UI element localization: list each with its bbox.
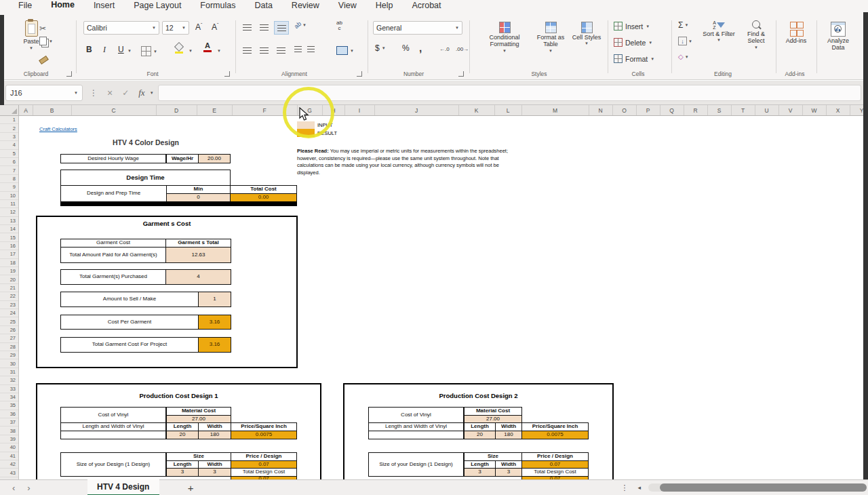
- amount-sell-label[interactable]: Amount to Sell / Make: [60, 292, 199, 307]
- prod1-design-size-label[interactable]: Size of your Design (1 Design): [60, 452, 166, 477]
- column-header-O[interactable]: O: [612, 105, 637, 115]
- row-header-21[interactable]: 21: [0, 284, 18, 292]
- column-header-X[interactable]: X: [826, 105, 850, 115]
- horizontal-scrollbar-thumb[interactable]: [660, 483, 867, 492]
- row-header-24[interactable]: 24: [0, 309, 18, 317]
- row-header-26[interactable]: 26: [0, 326, 18, 334]
- row-header-17[interactable]: 17: [0, 250, 18, 258]
- row-header-7[interactable]: 7: [0, 166, 18, 174]
- column-header-P[interactable]: P: [636, 105, 660, 115]
- garment-purchased-label[interactable]: Total Garment(s) Purchased: [60, 269, 166, 285]
- row-header-31[interactable]: 31: [0, 368, 18, 376]
- total-garment-cost-value[interactable]: 3.16: [198, 337, 231, 353]
- row-header-36[interactable]: 36: [0, 410, 18, 418]
- prod2-design-size-label[interactable]: Size of your Design (1 Design): [368, 452, 464, 477]
- row-header-39[interactable]: 39: [0, 435, 18, 443]
- prod2-width-value[interactable]: 180: [495, 431, 522, 439]
- column-header-V[interactable]: V: [778, 105, 803, 115]
- column-header-E[interactable]: E: [197, 105, 233, 115]
- prod2-length-value[interactable]: 20: [464, 431, 496, 439]
- column-header-B[interactable]: B: [33, 105, 72, 115]
- column-header-C[interactable]: C: [71, 105, 157, 115]
- column-header-J[interactable]: J: [374, 105, 459, 115]
- row-header-40[interactable]: 40: [0, 443, 18, 452]
- row-header-19[interactable]: 19: [0, 267, 18, 275]
- total-garment-cost-label[interactable]: Total Garment Cost For Project: [60, 337, 199, 353]
- row-header-32[interactable]: 32: [0, 376, 18, 384]
- prod1-size-width-value[interactable]: 3: [198, 468, 231, 477]
- cost-per-garment-label[interactable]: Cost Per Garment: [60, 315, 199, 330]
- row-header-9[interactable]: 9: [0, 183, 18, 191]
- row-header-41[interactable]: 41: [0, 452, 18, 460]
- row-header-42[interactable]: 42: [0, 460, 18, 469]
- row-header-29[interactable]: 29: [0, 351, 18, 359]
- wage-key-cell[interactable]: Wage/Hr: [166, 154, 199, 163]
- cost-per-garment-value[interactable]: 3.16: [198, 315, 231, 330]
- row-header-43[interactable]: 43: [0, 469, 18, 477]
- row-header-27[interactable]: 27: [0, 334, 18, 342]
- column-header-D[interactable]: D: [156, 105, 197, 115]
- row-header-34[interactable]: 34: [0, 393, 18, 401]
- wage-label-cell[interactable]: Desired Hourly Wage: [60, 154, 166, 163]
- row-header-37[interactable]: 37: [0, 418, 18, 427]
- row-header-8[interactable]: 8: [0, 175, 18, 183]
- sheet-canvas[interactable]: Craft Calculators HTV 4 Color Design INP…: [0, 0, 868, 482]
- column-header-T[interactable]: T: [731, 105, 755, 115]
- row-header-6[interactable]: 6: [0, 158, 18, 166]
- row-header-30[interactable]: 30: [0, 359, 18, 368]
- row-header-5[interactable]: 5: [0, 150, 18, 158]
- column-header-K[interactable]: K: [458, 105, 495, 115]
- prod2-empty-cell[interactable]: [368, 431, 464, 439]
- row-header-1[interactable]: 1: [0, 116, 18, 124]
- tab-options-icon[interactable]: ⋮: [620, 483, 628, 492]
- column-header-R[interactable]: R: [684, 105, 708, 115]
- amount-sell-value[interactable]: 1: [198, 292, 231, 307]
- column-header-Q[interactable]: Q: [660, 105, 684, 115]
- column-header-W[interactable]: W: [802, 105, 827, 115]
- row-header-25[interactable]: 25: [0, 317, 18, 325]
- column-header-L[interactable]: L: [494, 105, 522, 115]
- row-header-20[interactable]: 20: [0, 275, 18, 283]
- garment-purchased-value[interactable]: 4: [165, 269, 231, 285]
- column-header-A[interactable]: A: [19, 105, 33, 115]
- row-header-3[interactable]: 3: [0, 133, 18, 141]
- row-header-23[interactable]: 23: [0, 301, 18, 309]
- sheet-tab-active[interactable]: HTV 4 Design: [87, 479, 159, 495]
- column-header-I[interactable]: I: [344, 105, 375, 115]
- row-header-12[interactable]: 12: [0, 208, 18, 216]
- wage-value-cell[interactable]: 20.00: [198, 154, 231, 163]
- horizontal-scrollbar[interactable]: [648, 483, 867, 492]
- craft-calculators-link[interactable]: Craft Calculators: [39, 126, 77, 132]
- row-header-28[interactable]: 28: [0, 343, 18, 351]
- garment-paid-value[interactable]: 12.63: [165, 247, 231, 263]
- column-header-N[interactable]: N: [589, 105, 613, 115]
- row-header-33[interactable]: 33: [0, 385, 18, 393]
- row-header-13[interactable]: 13: [0, 217, 18, 225]
- row-header-35[interactable]: 35: [0, 401, 18, 410]
- row-header-10[interactable]: 10: [0, 192, 18, 200]
- prod1-length-value[interactable]: 20: [166, 431, 199, 439]
- row-header-15[interactable]: 15: [0, 233, 18, 241]
- select-all-corner[interactable]: [0, 105, 19, 116]
- next-sheet-icon[interactable]: ›: [27, 483, 30, 493]
- row-header-16[interactable]: 16: [0, 242, 18, 250]
- prod1-size-length-value[interactable]: 3: [166, 468, 199, 477]
- column-header-M[interactable]: M: [521, 105, 589, 115]
- prod2-size-width-value[interactable]: 3: [495, 468, 522, 477]
- row-header-11[interactable]: 11: [0, 200, 18, 208]
- garment-paid-label[interactable]: Total Amount Paid for All Garment(s): [60, 247, 166, 263]
- prod2-cost-of-vinyl[interactable]: Cost of Vinyl: [368, 407, 464, 423]
- design-time-header[interactable]: Design Time: [60, 170, 231, 186]
- prod1-cost-of-vinyl[interactable]: Cost of Vinyl: [60, 407, 166, 423]
- design-prep-label-cell[interactable]: Design and Prep Time: [60, 185, 167, 202]
- prod1-empty-cell[interactable]: [60, 431, 166, 439]
- scroll-left-icon[interactable]: ◂: [637, 484, 641, 491]
- row-header-38[interactable]: 38: [0, 427, 18, 435]
- prod2-size-length-value[interactable]: 3: [464, 468, 496, 477]
- column-header-U[interactable]: U: [755, 105, 779, 115]
- row-header-22[interactable]: 22: [0, 292, 18, 300]
- row-header-18[interactable]: 18: [0, 259, 18, 267]
- prod2-price-sq-inch-value[interactable]: 0.0075: [521, 431, 589, 439]
- row-header-2[interactable]: 2: [0, 124, 18, 132]
- row-header-14[interactable]: 14: [0, 225, 18, 233]
